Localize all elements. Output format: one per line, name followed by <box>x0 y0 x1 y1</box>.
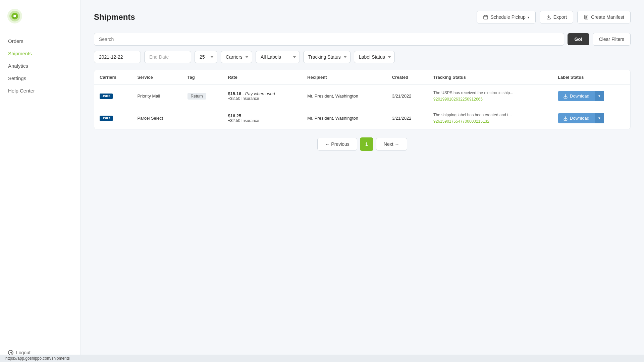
tag-cell <box>182 107 223 129</box>
download-icon <box>563 94 568 99</box>
next-page-button[interactable]: Next → <box>376 138 407 150</box>
tag-badge: Return <box>187 93 206 100</box>
created-date: 3/21/2022 <box>392 116 412 121</box>
tracking-status-cell: The shipping label has been created and … <box>428 107 552 129</box>
svg-point-3 <box>13 15 16 17</box>
rate-main: $16.25 <box>228 113 241 118</box>
schedule-pickup-label: Schedule Pickup <box>490 14 525 20</box>
goshippo-logo-icon <box>7 8 23 24</box>
tracking-description: The shipping label has been created and … <box>433 113 547 117</box>
recipient-name: Mr. President, Washington <box>307 94 358 99</box>
shipments-table: Carriers Service Tag Rate Recipient Crea… <box>94 70 630 129</box>
recipient-cell: Mr. President, Washington <box>302 85 387 107</box>
chevron-down-icon: ▾ <box>528 15 529 19</box>
search-filters-row: Go! Clear Filters <box>94 33 631 46</box>
col-rate: Rate <box>222 70 302 85</box>
previous-page-button[interactable]: ← Previous <box>317 138 357 150</box>
download-button[interactable]: Download <box>558 91 595 101</box>
tracking-description: The USPS has received the electronic shi… <box>433 90 547 95</box>
go-button[interactable]: Go! <box>568 33 589 45</box>
table-row: USPS Parcel Select $16.25 +$2.50 Insuran… <box>94 107 630 129</box>
carrier-cell: USPS <box>94 107 132 129</box>
rate-cell: $15.16 - Pay when used +$2.50 Insurance <box>222 85 302 107</box>
start-date-value: 2021-12-22 <box>99 54 123 60</box>
tracking-status-select[interactable]: Tracking Status Delivered In Transit Pre… <box>303 51 351 63</box>
end-date-filter[interactable]: End Date <box>144 51 191 63</box>
sidebar-item-help-center[interactable]: Help Center <box>0 84 80 97</box>
create-manifest-label: Create Manifest <box>591 14 624 20</box>
created-date: 3/21/2022 <box>392 94 412 99</box>
export-button[interactable]: Export <box>540 11 573 23</box>
col-created: Created <box>387 70 428 85</box>
col-tag: Tag <box>182 70 223 85</box>
sidebar-item-settings[interactable]: Settings <box>0 72 80 84</box>
export-label: Export <box>553 14 567 20</box>
per-page-select[interactable]: 25 50 100 <box>195 51 217 63</box>
sidebar-item-analytics[interactable]: Analytics <box>0 60 80 72</box>
download-icon <box>563 116 568 121</box>
rate-sub: +$2.50 Insurance <box>228 118 297 123</box>
col-tracking-status: Tracking Status <box>428 70 552 85</box>
export-icon <box>546 14 551 20</box>
rate-main: $15.16 <box>228 91 241 96</box>
main-content: Shipments Schedule Pickup ▾ Export <box>80 0 644 362</box>
tag-cell: Return <box>182 85 223 107</box>
usps-badge: USPS <box>100 94 113 99</box>
created-cell: 3/21/2022 <box>387 85 428 107</box>
sidebar-item-label: Help Center <box>8 88 35 94</box>
header-actions: Schedule Pickup ▾ Export Create Manifest <box>477 11 631 23</box>
sidebar-item-orders[interactable]: Orders <box>0 35 80 47</box>
service-name: Priority Mail <box>137 94 160 99</box>
tracking-number-link[interactable]: 9201990182632250912665 <box>433 97 483 102</box>
table-row: USPS Priority Mail Return $15.16 - Pay w… <box>94 85 630 107</box>
rate-note: Pay when used <box>245 91 275 96</box>
usps-logo: USPS <box>100 116 126 121</box>
service-cell: Parcel Select <box>132 107 182 129</box>
sidebar-logo <box>0 0 80 32</box>
pagination: ← Previous 1 Next → <box>94 137 631 151</box>
col-recipient: Recipient <box>302 70 387 85</box>
download-button[interactable]: Download <box>558 113 595 123</box>
tracking-status-cell: The USPS has received the electronic shi… <box>428 85 552 107</box>
label-status-cell: Download ▾ <box>552 85 630 107</box>
usps-badge: USPS <box>100 116 113 121</box>
usps-logo: USPS <box>100 94 126 99</box>
download-button-group: Download ▾ <box>558 91 625 101</box>
rate-value: $15.16 - Pay when used +$2.50 Insurance <box>228 91 297 101</box>
download-dropdown-arrow[interactable]: ▾ <box>595 91 604 101</box>
clear-filters-button[interactable]: Clear Filters <box>593 33 631 46</box>
carriers-select[interactable]: Carriers USPS UPS FedEx <box>221 51 252 63</box>
schedule-pickup-button[interactable]: Schedule Pickup ▾ <box>477 11 535 23</box>
service-name: Parcel Select <box>137 116 163 121</box>
recipient-cell: Mr. President, Washington <box>302 107 387 129</box>
all-labels-select[interactable]: All Labels Return Labels <box>256 51 300 63</box>
start-date-filter[interactable]: 2021-12-22 <box>94 51 141 63</box>
col-carriers: Carriers <box>94 70 132 85</box>
col-label-status: Label Status <box>552 70 630 85</box>
created-cell: 3/21/2022 <box>387 107 428 129</box>
manifest-icon <box>584 14 589 20</box>
label-status-select[interactable]: Label Status Valid Invalid <box>354 51 395 63</box>
download-dropdown-arrow[interactable]: ▾ <box>595 113 604 123</box>
sidebar: Orders Shipments Analytics Settings Help… <box>0 0 80 362</box>
sidebar-item-shipments[interactable]: Shipments <box>0 47 80 60</box>
tracking-number-link[interactable]: 9261590175547700000215132 <box>433 119 489 124</box>
page-title: Shipments <box>94 12 135 22</box>
rate-sub: +$2.50 Insurance <box>228 96 297 101</box>
service-cell: Priority Mail <box>132 85 182 107</box>
label-status-cell: Download ▾ <box>552 107 630 129</box>
end-date-placeholder: End Date <box>149 54 169 60</box>
recipient-name: Mr. President, Washington <box>307 116 358 121</box>
pickup-icon <box>483 14 488 20</box>
create-manifest-button[interactable]: Create Manifest <box>577 11 631 23</box>
rate-value: $16.25 +$2.50 Insurance <box>228 113 297 123</box>
shipments-table-container: Carriers Service Tag Rate Recipient Crea… <box>94 70 631 129</box>
page-header: Shipments Schedule Pickup ▾ Export <box>94 11 631 23</box>
svg-rect-5 <box>484 16 488 19</box>
status-url: https://app.goshippo.com/shipments <box>5 356 70 361</box>
sidebar-item-label: Settings <box>8 75 26 81</box>
search-input[interactable] <box>94 33 564 46</box>
rate-cell: $16.25 +$2.50 Insurance <box>222 107 302 129</box>
sidebar-item-label: Analytics <box>8 63 28 69</box>
page-number-1[interactable]: 1 <box>360 137 373 151</box>
